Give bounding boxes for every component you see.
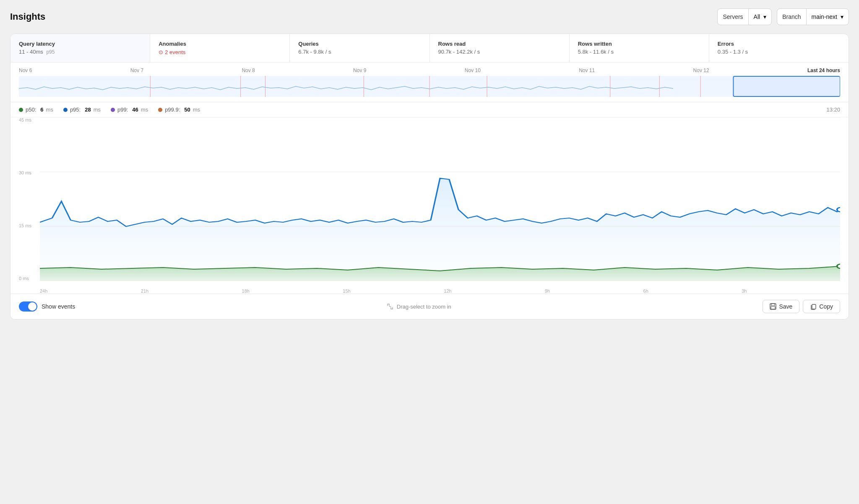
timeline-date-nov11: Nov 11	[579, 68, 595, 73]
branch-chevron-icon: ▾	[841, 13, 843, 20]
timeline-date-nov7: Nov 7	[130, 68, 143, 73]
y-label-30: 30 ms	[19, 170, 38, 175]
stat-query-latency-name: Query latency	[19, 41, 141, 47]
legend-time: 13:20	[826, 107, 840, 113]
svg-rect-10	[733, 76, 840, 96]
drag-select-icon	[387, 303, 393, 310]
stat-anomalies[interactable]: Anomalies ⊙ 2 events	[150, 34, 290, 62]
legend-p99_9: p99.9: 50 ms	[158, 107, 200, 113]
drag-hint: Drag-select to zoom in	[387, 303, 451, 310]
p99_9-unit: ms	[193, 107, 200, 113]
drag-hint-text: Drag-select to zoom in	[397, 304, 451, 310]
warning-icon: ⊙	[159, 49, 163, 55]
servers-select[interactable]: All ▾	[749, 9, 772, 25]
svg-rect-20	[812, 304, 816, 309]
x-label-9h: 9h	[545, 288, 550, 294]
svg-rect-19	[771, 307, 775, 309]
x-axis: 24h 21h 18h 15h 12h 9h 6h 3h	[40, 288, 840, 294]
svg-rect-18	[771, 304, 775, 306]
servers-label: Servers	[718, 9, 748, 25]
chart-area[interactable]: 45 ms 30 ms 15 ms 0 ms	[19, 117, 840, 294]
action-buttons: Save Copy	[763, 300, 840, 313]
p99-unit: ms	[141, 107, 148, 113]
servers-control[interactable]: Servers All ▾	[717, 8, 772, 25]
controls: Servers All ▾ Branch main-next ▾	[717, 8, 849, 25]
copy-button[interactable]: Copy	[803, 300, 840, 313]
servers-chevron-icon: ▾	[763, 13, 766, 20]
p99-value: 46	[132, 107, 138, 113]
servers-value: All	[754, 13, 760, 20]
x-label-18h: 18h	[242, 288, 250, 294]
timeline-chart[interactable]	[19, 76, 840, 97]
p50-unit: ms	[46, 107, 53, 113]
p95-value: 28	[85, 107, 91, 113]
timeline-date-nov10: Nov 10	[465, 68, 481, 73]
x-label-15h: 15h	[343, 288, 350, 294]
toggle-knob	[28, 302, 36, 311]
p95-label: p95:	[70, 107, 81, 113]
stat-anomalies-name: Anomalies	[159, 41, 281, 47]
save-label: Save	[779, 303, 792, 310]
y-label-0: 0 ms	[19, 276, 38, 281]
stat-rows-read-value: 90.7k - 142.2k / s	[438, 49, 561, 55]
copy-icon	[810, 303, 817, 310]
bottom-bar: Show events Drag-select to zoom in	[10, 294, 849, 319]
legend-p50: p50: 6 ms	[19, 107, 53, 113]
main-chart-svg	[40, 117, 840, 281]
branch-value: main-next	[812, 13, 837, 20]
timeline-date-nov8: Nov 8	[242, 68, 255, 73]
stat-anomalies-badge: ⊙ 2 events	[159, 49, 185, 55]
stat-rows-written-value: 5.8k - 11.6k / s	[578, 49, 700, 55]
timeline-section: Nov 6 Nov 7 Nov 8 Nov 9 Nov 10 Nov 11 No…	[10, 62, 849, 102]
p99_9-label: p99.9:	[165, 107, 180, 113]
timeline-date-nov6: Nov 6	[19, 68, 32, 73]
x-label-21h: 21h	[141, 288, 148, 294]
x-label-3h: 3h	[742, 288, 747, 294]
branch-control[interactable]: Branch main-next ▾	[777, 8, 849, 25]
main-card: Query latency 11 - 40ms p95 Anomalies ⊙ …	[10, 34, 849, 320]
legend-row: p50: 6 ms p95: 28 ms p99: 46 ms	[10, 102, 849, 117]
header: Insights Servers All ▾ Branch main-next …	[10, 8, 849, 25]
show-events: Show events	[19, 301, 75, 312]
timeline-dates: Nov 6 Nov 7 Nov 8 Nov 9 Nov 10 Nov 11 No…	[19, 68, 840, 73]
stat-rows-written[interactable]: Rows written 5.8k - 11.6k / s	[570, 34, 709, 62]
page-title: Insights	[10, 11, 45, 22]
p99_9-dot	[158, 108, 162, 112]
timeline-date-last24: Last 24 hours	[807, 68, 840, 73]
x-label-24h: 24h	[40, 288, 47, 294]
stat-rows-read-name: Rows read	[438, 41, 561, 47]
stat-rows-written-name: Rows written	[578, 41, 700, 47]
p50-dot	[19, 108, 23, 112]
timeline-date-nov12: Nov 12	[693, 68, 709, 73]
p95-unit: ms	[94, 107, 101, 113]
y-label-15: 15 ms	[19, 223, 38, 228]
y-axis: 45 ms 30 ms 15 ms 0 ms	[19, 117, 38, 281]
show-events-label: Show events	[42, 303, 75, 310]
copy-label: Copy	[819, 303, 833, 310]
branch-select[interactable]: main-next ▾	[807, 9, 849, 25]
save-icon	[770, 303, 776, 310]
x-label-12h: 12h	[444, 288, 451, 294]
chart-container: 45 ms 30 ms 15 ms 0 ms	[10, 117, 849, 294]
branch-label: Branch	[777, 9, 806, 25]
p99-dot	[111, 108, 115, 112]
stats-row: Query latency 11 - 40ms p95 Anomalies ⊙ …	[10, 34, 849, 62]
stat-errors[interactable]: Errors 0.35 - 1.3 / s	[709, 34, 849, 62]
save-button[interactable]: Save	[763, 300, 799, 313]
p50-value: 6	[40, 107, 43, 113]
svg-point-15	[837, 208, 840, 212]
stat-query-latency[interactable]: Query latency 11 - 40ms p95	[10, 34, 150, 62]
stat-queries-name: Queries	[298, 41, 421, 47]
svg-point-16	[837, 264, 840, 268]
timeline-svg	[19, 76, 840, 97]
p99-label: p99:	[117, 107, 128, 113]
stat-rows-read[interactable]: Rows read 90.7k - 142.2k / s	[430, 34, 570, 62]
stat-errors-name: Errors	[718, 41, 840, 47]
timeline-date-nov9: Nov 9	[353, 68, 366, 73]
legend-p99: p99: 46 ms	[111, 107, 148, 113]
stat-queries[interactable]: Queries 6.7k - 9.8k / s	[290, 34, 430, 62]
show-events-toggle[interactable]	[19, 301, 37, 312]
page: Insights Servers All ▾ Branch main-next …	[0, 0, 859, 504]
legend-p95: p95: 28 ms	[63, 107, 101, 113]
p99_9-value: 50	[184, 107, 190, 113]
